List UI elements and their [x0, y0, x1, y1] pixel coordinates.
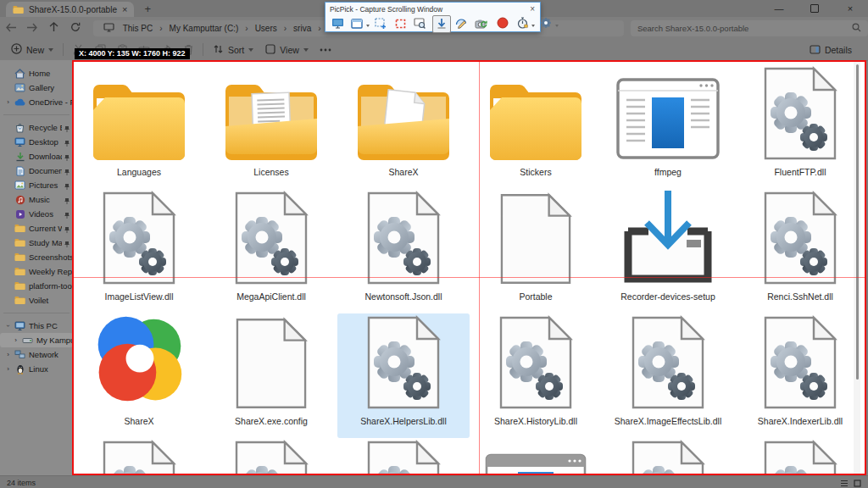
- file-item[interactable]: ShareX.ImageEffectsLib.dll: [602, 313, 734, 438]
- details-button[interactable]: Details: [804, 41, 858, 59]
- sidebar-item[interactable]: › OneDrive - Persona: [0, 95, 73, 109]
- file-item[interactable]: Newtonsoft.Json.dll: [337, 189, 470, 313]
- breadcrumb-item[interactable]: This PC ›: [120, 24, 167, 33]
- folder-closed-icon: [486, 64, 586, 161]
- file-item[interactable]: Recorder-devices-setup: [602, 189, 734, 313]
- sidebar-item[interactable]: › Voilet: [0, 293, 73, 308]
- chevron-icon[interactable]: ›: [5, 98, 11, 106]
- app-window2-icon: [484, 438, 587, 475]
- chevron-icon[interactable]: ›: [13, 336, 19, 344]
- chevron-icon[interactable]: ›: [5, 351, 11, 358]
- picpick-button[interactable]: [452, 15, 470, 33]
- sidebar-item[interactable]: › Recycle Bin: [0, 120, 73, 135]
- sidebar-item[interactable]: › Weekly Reports: [0, 264, 73, 279]
- picpick-button[interactable]: [513, 15, 531, 33]
- folder-icon: [14, 252, 26, 262]
- dll-icon: [366, 313, 441, 410]
- documents-icon: [14, 166, 26, 176]
- file-item[interactable]: ShareX: [73, 313, 205, 438]
- sidebar-item[interactable]: › Pictures: [0, 178, 73, 192]
- file-item[interactable]: ImageListView.dll: [73, 189, 205, 313]
- forward-button[interactable]: [21, 22, 42, 35]
- chevron-down-icon[interactable]: [366, 25, 370, 29]
- sidebar-item[interactable]: › Network: [0, 347, 73, 362]
- folder-icon: [14, 224, 26, 233]
- dll-icon: [234, 438, 309, 475]
- scrollbar-thumb[interactable]: [856, 64, 859, 380]
- breadcrumb-item[interactable]: My Kamputtar (C:) ›: [167, 24, 253, 33]
- new-button[interactable]: New: [5, 41, 59, 59]
- sidebar-item[interactable]: › Music: [0, 192, 73, 207]
- sort-button[interactable]: Sort: [207, 41, 259, 59]
- file-item[interactable]: ffmpeg: [602, 64, 734, 189]
- chevron-icon[interactable]: ›: [5, 365, 11, 373]
- sidebar-item[interactable]: › Videos: [0, 207, 73, 221]
- folder-icon: [14, 238, 26, 247]
- file-item[interactable]: FluentFTP.dll: [734, 64, 866, 189]
- file-item[interactable]: [602, 438, 734, 475]
- sidebar-item[interactable]: › Documents: [0, 164, 73, 178]
- file-item[interactable]: [337, 438, 470, 475]
- sidebar-item[interactable]: › Gallery: [0, 80, 73, 95]
- file-item[interactable]: Renci.SshNet.dll: [734, 189, 866, 313]
- explorer-tab[interactable]: ShareX-15.0.0-portable ×: [6, 2, 134, 17]
- view-button[interactable]: View: [259, 41, 314, 59]
- file-item[interactable]: Stickers: [470, 64, 602, 189]
- this-pc-icon: [14, 321, 26, 330]
- sidebar-item[interactable]: › platform-tools: [0, 279, 73, 293]
- gallery-icon: [14, 83, 26, 92]
- file-item[interactable]: ShareX: [337, 64, 470, 189]
- file-item[interactable]: Licenses: [205, 64, 337, 189]
- large-icons-view-icon[interactable]: [854, 475, 861, 488]
- picpick-button[interactable]: [328, 15, 347, 33]
- picpick-button[interactable]: [348, 15, 366, 33]
- tab-close-icon[interactable]: ×: [122, 5, 127, 14]
- sidebar-item[interactable]: › My Kamputtar (C:): [0, 333, 73, 347]
- file-item[interactable]: Portable: [470, 189, 602, 313]
- file-item[interactable]: ShareX.IndexerLib.dll: [734, 313, 866, 438]
- search-input[interactable]: Search ShareX-15.0.0-portable: [631, 20, 868, 36]
- maximize-button[interactable]: [797, 0, 832, 16]
- file-item[interactable]: [205, 438, 337, 475]
- breadcrumb-item[interactable]: sriva ›: [291, 24, 325, 33]
- pp-fullscreen-icon: [331, 17, 344, 32]
- picpick-button[interactable]: [471, 15, 490, 33]
- file-item[interactable]: [470, 438, 602, 475]
- file-item[interactable]: [73, 438, 205, 475]
- file-item[interactable]: Languages: [73, 64, 205, 189]
- file-item[interactable]: ShareX.exe.config: [205, 313, 337, 438]
- picpick-close-icon[interactable]: ×: [528, 5, 537, 14]
- videos-icon: [14, 209, 26, 219]
- picpick-button[interactable]: [537, 15, 555, 33]
- picpick-button[interactable]: [432, 15, 451, 33]
- close-button[interactable]: ×: [832, 0, 868, 16]
- chevron-down-icon[interactable]: [555, 25, 559, 29]
- sidebar-item[interactable]: › Desktop: [0, 135, 73, 149]
- picpick-button[interactable]: [493, 15, 512, 33]
- file-item[interactable]: ShareX.HistoryLib.dll: [470, 313, 602, 438]
- file-item[interactable]: [734, 438, 866, 475]
- chevron-icon[interactable]: ›: [4, 323, 12, 329]
- up-button[interactable]: [43, 22, 64, 35]
- chevron-down-icon[interactable]: [531, 25, 535, 29]
- details-view-icon[interactable]: [840, 475, 849, 488]
- minimize-button[interactable]: —: [761, 0, 797, 16]
- breadcrumb-item[interactable]: Users ›: [253, 24, 291, 33]
- picpick-button[interactable]: [410, 15, 429, 33]
- back-button[interactable]: [0, 22, 21, 35]
- sidebar-item[interactable]: › Screenshots: [0, 250, 73, 264]
- refresh-button[interactable]: [64, 22, 86, 35]
- file-item[interactable]: ShareX.HelpersLib.dll: [337, 313, 470, 438]
- file-item[interactable]: MegaApiClient.dll: [205, 189, 337, 313]
- picpick-button[interactable]: [371, 15, 390, 33]
- sidebar-item[interactable]: › This PC: [0, 319, 73, 333]
- sidebar-item[interactable]: › Linux: [0, 362, 73, 376]
- sidebar-item[interactable]: › Study Material: [0, 236, 73, 250]
- new-tab-button[interactable]: +: [144, 2, 151, 17]
- sidebar-item[interactable]: › Downloads: [0, 149, 73, 164]
- more-options-button[interactable]: [314, 41, 337, 59]
- pp-record-icon: [497, 17, 509, 32]
- sidebar-item[interactable]: › Current Works: [0, 221, 73, 236]
- picpick-button[interactable]: [391, 15, 409, 33]
- sidebar-item[interactable]: › Home: [0, 66, 73, 80]
